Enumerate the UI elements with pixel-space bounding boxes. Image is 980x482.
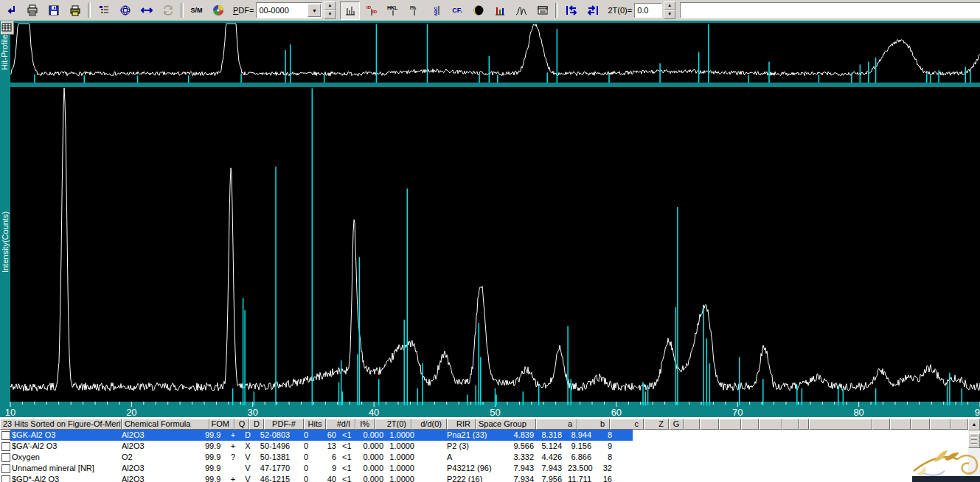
header-cell[interactable] xyxy=(759,419,782,430)
hit-row[interactable]: Unnamed mineral [NR]Al2O399.9V47-177009<… xyxy=(0,463,968,474)
peak-id-toggle[interactable]: IDID xyxy=(361,1,381,20)
header-cell[interactable] xyxy=(890,419,911,430)
hit-cell: 46-1215 xyxy=(255,474,295,482)
header-cell[interactable]: 23 Hits Sorted on Figure-Of-Merit xyxy=(0,419,122,430)
header-cell[interactable] xyxy=(719,419,741,430)
hit-cell: 0 xyxy=(295,463,317,474)
hit-profile-grid-button[interactable] xyxy=(1,21,14,35)
pdf-number-combobox[interactable]: 00-0000 ▼ xyxy=(256,2,322,18)
header-cell[interactable]: Z xyxy=(644,419,669,430)
intensity-axis-label: Intensity(Counts) xyxy=(1,206,10,279)
header-cell[interactable]: 2T(0) xyxy=(375,419,411,430)
axis-text-toggle[interactable]: ABC xyxy=(425,1,445,20)
svg-text:60: 60 xyxy=(611,407,622,417)
hit-cell: 8.944 xyxy=(568,430,597,441)
header-cell[interactable]: PDF-# xyxy=(264,419,304,430)
header-cell[interactable]: Q xyxy=(234,419,249,430)
print-button[interactable] xyxy=(22,1,42,20)
header-cell[interactable] xyxy=(799,419,809,430)
arrow-up-icon: ▲ xyxy=(972,422,977,427)
svg-text:ABC: ABC xyxy=(434,6,438,16)
dropdown-arrow-icon[interactable]: ▼ xyxy=(307,4,321,17)
header-cell[interactable]: c xyxy=(610,419,644,430)
abc-rotated-icon: ABC xyxy=(430,4,442,16)
swap-axes-button[interactable] xyxy=(136,1,156,20)
hit-cell xyxy=(420,441,445,452)
header-cell[interactable]: I% xyxy=(355,419,375,430)
background-window-edge xyxy=(912,476,980,482)
hit-cell: 50-1381 xyxy=(255,452,295,463)
hkl-icon: HKL xyxy=(387,4,399,16)
hit-cell: 11.711 xyxy=(568,474,597,482)
hit-cell: Unnamed mineral [NR] xyxy=(0,463,119,474)
sm-toggle-button[interactable]: S/M xyxy=(187,1,206,20)
background-toggle[interactable] xyxy=(468,1,488,20)
header-cell[interactable]: #d/I xyxy=(326,419,355,430)
header-cell[interactable]: D xyxy=(249,419,264,430)
hit-cell: Al2O3 xyxy=(119,463,205,474)
table-header-row: 23 Hits Sorted on Figure-Of-MeritChemica… xyxy=(0,419,980,430)
profile-overlap-toggle[interactable] xyxy=(511,1,531,20)
header-cell[interactable] xyxy=(930,419,951,430)
header-cell[interactable]: a xyxy=(536,419,577,430)
hit-cell: 23.500 xyxy=(568,463,597,474)
header-cell[interactable]: b xyxy=(577,419,610,430)
hit-row[interactable]: $GK-Al2 O3Al2O399.9+D52-0803060<10.0001.… xyxy=(0,430,968,441)
intensity-percent-toggle[interactable]: I% xyxy=(404,1,424,20)
retrieve-scan-button[interactable] xyxy=(1,1,21,20)
colored-peaks-toggle[interactable] xyxy=(490,1,510,20)
header-cell[interactable] xyxy=(741,419,759,430)
report-tree-button[interactable] xyxy=(94,1,114,20)
header-cell[interactable]: G xyxy=(669,419,684,430)
hit-row[interactable]: $GA'-Al2 O3Al2O399.9+X50-1496013<10.0001… xyxy=(0,441,968,452)
shift-left-button[interactable] xyxy=(561,1,581,20)
show-peaks-toggle[interactable] xyxy=(340,1,360,20)
header-cell[interactable] xyxy=(809,419,872,430)
two-theta-label: 2T(0)= xyxy=(608,6,632,15)
overlay-file-combobox[interactable]: ▼ xyxy=(680,2,980,18)
main-pattern-plot[interactable] xyxy=(10,87,980,402)
pdf-database-button[interactable] xyxy=(208,1,228,20)
hit-cell: 6.866 xyxy=(568,452,597,463)
header-cell[interactable] xyxy=(782,419,799,430)
hit-profile-plot[interactable] xyxy=(10,23,980,83)
printer-icon xyxy=(27,4,38,16)
scroll-up-button[interactable]: ▲ xyxy=(968,419,980,430)
save-button[interactable] xyxy=(44,1,63,20)
svg-text:40: 40 xyxy=(369,407,379,417)
svg-text:90: 90 xyxy=(975,407,980,417)
hit-cell: <1 xyxy=(342,430,357,441)
hit-cell: 0 xyxy=(295,430,317,441)
hit-row[interactable]: $GD*-Al2 O3Al2O399.9+V46-1215040<10.0001… xyxy=(0,474,968,482)
header-cell[interactable]: FOM xyxy=(209,419,234,430)
header-cell[interactable]: Chemical Formula xyxy=(122,419,209,430)
hit-cell: V xyxy=(240,463,255,474)
hit-cell: 0.000 xyxy=(357,441,389,452)
header-cell[interactable] xyxy=(951,419,968,430)
header-cell[interactable]: d/d(0) xyxy=(411,419,447,430)
two-theta-input[interactable]: 0.0 xyxy=(634,3,662,18)
pdf-spinner[interactable]: ▲▼ xyxy=(324,1,336,19)
header-cell[interactable]: Hits xyxy=(304,419,326,430)
header-cell[interactable] xyxy=(684,419,700,430)
curve-fit-toggle[interactable]: CF. xyxy=(447,1,467,20)
main-toolbar: S/M PDF= 00-0000 ▼ ▲▼ IDID HKL I% ABC CF… xyxy=(0,0,980,21)
svg-text:20: 20 xyxy=(126,407,136,417)
hkl-labels-toggle[interactable]: HKL xyxy=(383,1,403,20)
header-cell[interactable] xyxy=(700,419,719,430)
hit-cell: ? xyxy=(226,452,240,463)
two-theta-spinner[interactable]: ▲▼ xyxy=(664,1,675,19)
header-cell[interactable]: RIR xyxy=(447,419,476,430)
hit-cell xyxy=(618,452,633,463)
pattern-sphere-button[interactable] xyxy=(115,1,135,20)
svg-text:50: 50 xyxy=(490,407,500,417)
hit-row[interactable]: OxygenO299.9?V50-138106<10.0001.0000A3.3… xyxy=(0,452,968,463)
header-cell[interactable] xyxy=(872,419,890,430)
main-pattern-svg xyxy=(10,87,980,402)
sm-icon: S/M xyxy=(190,7,202,14)
shift-right-button[interactable] xyxy=(583,1,602,20)
header-cell[interactable] xyxy=(911,419,930,430)
report-window-toggle[interactable] xyxy=(532,1,552,20)
header-cell[interactable]: Space Group xyxy=(476,419,536,430)
print-report-button[interactable] xyxy=(65,1,85,20)
